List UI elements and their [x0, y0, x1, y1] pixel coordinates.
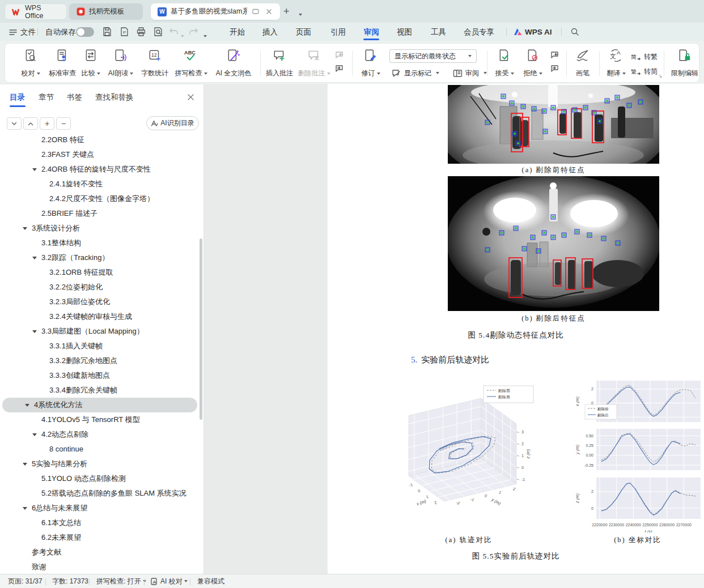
sidebar-tab-chapters[interactable]: 章节: [39, 92, 54, 103]
spellcheck-indicator[interactable]: 拼写检查: 打开: [96, 577, 146, 586]
outline-item[interactable]: 3.1整体结构: [0, 236, 200, 250]
prev-change-button[interactable]: [549, 50, 561, 60]
menu-item-tools[interactable]: 工具: [431, 26, 446, 39]
outline-item[interactable]: 3.3局部建图（Local Mapping）: [0, 324, 200, 339]
outline-collapse-up-button[interactable]: [23, 117, 38, 130]
review-pane-button[interactable]: 审阅: [453, 67, 487, 79]
word-count-button[interactable]: 12 字数统计: [139, 48, 171, 79]
tab-docer[interactable]: 找稻壳模板: [69, 3, 143, 20]
ai-recognize-toc-button[interactable]: AI识别目录: [146, 116, 199, 130]
compat-mode-indicator[interactable]: 兼容模式: [197, 577, 224, 586]
sidebar-tab-contents[interactable]: 目录: [10, 92, 25, 103]
tab-list-chevron[interactable]: [297, 9, 302, 19]
outline-item[interactable]: 3.3.1插入关键帧: [0, 339, 200, 353]
page-indicator[interactable]: 页面: 31/37: [8, 577, 43, 586]
menu-item-reference[interactable]: 引用: [330, 26, 346, 39]
show-markup-button[interactable]: 显示标记: [392, 67, 439, 79]
outline-zoom-out-button[interactable]: −: [56, 117, 71, 130]
restrict-edit-button[interactable]: 限制编辑: [668, 48, 699, 79]
to-traditional-button[interactable]: 简 转繁: [631, 50, 658, 63]
wps-ai-label[interactable]: WPS AI: [525, 26, 552, 39]
outline-item[interactable]: 3.3.4删除冗余关键帧: [0, 383, 200, 398]
hamburger-icon[interactable]: [9, 28, 17, 38]
collapse-arrow-icon[interactable]: [32, 257, 37, 259]
outline-item[interactable]: 2.4ORB 特征的旋转与尺度不变性: [0, 162, 200, 177]
outline-item[interactable]: 2.3FAST 关键点: [0, 147, 200, 162]
print-preview-icon[interactable]: [153, 27, 163, 39]
outline-item[interactable]: 3.3.2删除冗余地图点: [0, 353, 200, 368]
reject-button[interactable]: 拒绝: [520, 48, 546, 79]
standard-review-button[interactable]: 标准审查: [46, 48, 79, 79]
collapse-arrow-icon[interactable]: [23, 463, 27, 466]
outline-item[interactable]: 3.2.3局部位姿优化: [0, 295, 200, 309]
menu-item-start[interactable]: 开始: [230, 26, 245, 39]
outline-item[interactable]: 3.2.4关键帧的审核与生成: [0, 309, 200, 324]
toolbar-more-chevron[interactable]: [202, 31, 207, 41]
ai-proof-indicator[interactable]: AI 校对: [160, 577, 188, 586]
sidebar-tab-find-replace[interactable]: 查找和替换: [95, 92, 134, 103]
save-icon[interactable]: [102, 27, 112, 39]
outline-item[interactable]: 2.4.1旋转不变性: [0, 177, 200, 191]
compare-button[interactable]: 比较: [78, 48, 104, 79]
collapse-arrow-icon[interactable]: [32, 168, 37, 171]
collapse-arrow-icon[interactable]: [32, 433, 37, 436]
insert-comment-button[interactable]: 插入批注: [264, 48, 295, 79]
outline-item[interactable]: 参考文献: [0, 545, 200, 560]
outline-item[interactable]: 致谢: [0, 560, 200, 572]
collapse-arrow-icon[interactable]: [25, 404, 29, 407]
close-icon[interactable]: [264, 7, 273, 16]
dialog-launcher-icon[interactable]: ↘: [658, 73, 663, 79]
outline-item[interactable]: 2.2ORB 特征: [0, 135, 200, 147]
markup-state-dropdown[interactable]: 显示标记的最终状态: [389, 49, 477, 63]
outline-item[interactable]: 5.1YOLO 动态点剔除检测: [0, 471, 200, 486]
search-icon[interactable]: [570, 27, 579, 39]
proofread-button[interactable]: 校对: [16, 48, 45, 79]
ai-read-button[interactable]: AI朗读: [104, 48, 137, 79]
sidebar-scrollbar[interactable]: [200, 238, 202, 420]
outline-item[interactable]: 4系统优化方法: [2, 398, 197, 412]
menu-item-member[interactable]: 会员专享: [464, 26, 494, 39]
outline-item[interactable]: 6总结与未来展望: [0, 501, 200, 515]
outline-item[interactable]: 4.1YOLOv5 与 TensorRT 模型: [0, 412, 200, 427]
menu-item-review[interactable]: 审阅: [364, 26, 379, 39]
autosave-toggle[interactable]: [76, 27, 94, 37]
outline-item[interactable]: 5实验与结果分析: [0, 457, 200, 471]
window-icon[interactable]: [251, 7, 260, 16]
menu-item-page[interactable]: 页面: [296, 26, 311, 39]
outline-item[interactable]: 3.2.2位姿初始化: [0, 280, 200, 295]
menu-item-insert[interactable]: 插入: [262, 26, 278, 39]
outline-item[interactable]: 6.1本文总结: [0, 515, 200, 530]
accept-button[interactable]: 接受: [491, 48, 518, 79]
track-changes-button[interactable]: 修订: [358, 48, 384, 79]
ai-polish-button[interactable]: AI 全文润色: [211, 48, 256, 79]
collapse-arrow-icon[interactable]: [32, 330, 37, 333]
collapse-arrow-icon[interactable]: [23, 227, 27, 230]
next-comment-button[interactable]: [334, 63, 345, 74]
outline-item[interactable]: 4.2动态点剔除: [0, 427, 200, 442]
outline-zoom-in-button[interactable]: +: [40, 117, 54, 130]
tab-wps-home[interactable]: WPS Office: [5, 3, 67, 20]
outline-expand-down-button[interactable]: [7, 117, 22, 130]
outline-item[interactable]: 2.5BRIEF 描述子: [0, 206, 200, 221]
to-simplified-button[interactable]: 繁 转简: [631, 65, 658, 78]
outline-item[interactable]: 5.2搭载动态点剔除的多鱼眼 SLAM 系统实况: [0, 486, 200, 501]
collapse-arrow-icon[interactable]: [23, 507, 27, 510]
outline-item[interactable]: 3系统设计分析: [0, 221, 200, 236]
word-count-indicator[interactable]: 字数: 17373: [52, 577, 88, 586]
translate-button[interactable]: 文A 翻译: [603, 48, 629, 79]
outline-item[interactable]: 3.2.1ORB 特征提取: [0, 265, 200, 280]
sidebar-tab-bookmarks[interactable]: 书签: [67, 92, 82, 103]
spell-check-button[interactable]: ABC 拼写检查: [173, 48, 209, 79]
menu-file[interactable]: 文件: [20, 26, 36, 39]
outline-item[interactable]: 2.4.2尺度不变性（图像金字塔）: [0, 191, 200, 206]
sidebar-close-icon[interactable]: [187, 93, 194, 103]
new-tab-button[interactable]: +: [283, 6, 290, 17]
outline-item[interactable]: 3.3.3创建新地图点: [0, 368, 200, 383]
outline-item[interactable]: 8 continue: [0, 442, 200, 457]
export-pdf-icon[interactable]: P: [119, 27, 129, 39]
menu-item-view[interactable]: 视图: [397, 26, 412, 39]
brush-button[interactable]: 画笔: [570, 48, 595, 79]
tab-document[interactable]: W 基于多鱼眼的视觉slam系统: [151, 3, 280, 20]
outline-item[interactable]: 6.2未来展望: [0, 530, 200, 545]
next-change-button[interactable]: [549, 63, 561, 74]
